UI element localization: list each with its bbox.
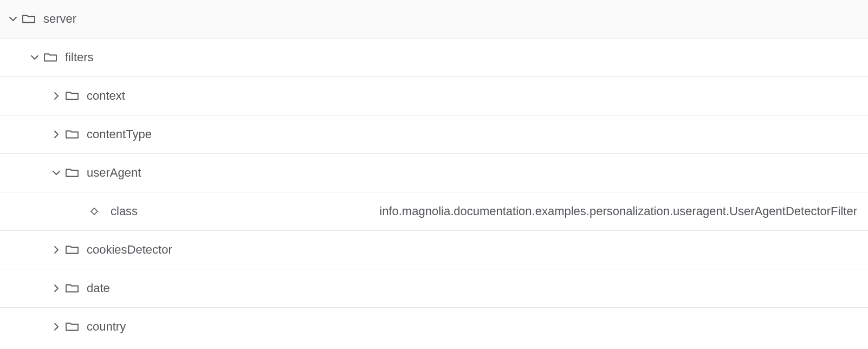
chevron-down-icon[interactable] <box>51 167 62 178</box>
tree-property-value: info.magnolia.documentation.examples.per… <box>358 204 857 218</box>
tree-node-label: filters <box>65 50 94 64</box>
tree-node-label: context <box>87 89 125 103</box>
tree-node-context[interactable]: context <box>0 77 868 115</box>
tree-node-contentType[interactable]: contentType <box>0 115 868 154</box>
tree-node-label: contentType <box>87 127 152 141</box>
folder-icon <box>22 13 36 25</box>
folder-icon <box>65 90 79 102</box>
chevron-right-icon[interactable] <box>51 321 62 332</box>
tree-property-label: class <box>111 204 138 218</box>
config-tree: server filters context contentType <box>0 0 868 346</box>
tree-node-date[interactable]: date <box>0 269 868 308</box>
folder-icon <box>65 128 79 140</box>
chevron-down-icon[interactable] <box>29 52 40 63</box>
tree-node-label: country <box>87 320 126 334</box>
tree-node-cookiesDetector[interactable]: cookiesDetector <box>0 231 868 269</box>
tree-node-label: server <box>43 12 76 26</box>
tree-node-userAgent[interactable]: userAgent <box>0 154 868 192</box>
tree-property-class[interactable]: class info.magnolia.documentation.exampl… <box>0 192 868 231</box>
tree-node-label: userAgent <box>87 166 141 180</box>
folder-icon <box>65 321 79 333</box>
tree-node-server[interactable]: server <box>0 0 868 38</box>
chevron-right-icon[interactable] <box>51 91 62 101</box>
folder-icon <box>65 282 79 294</box>
tree-node-filters[interactable]: filters <box>0 38 868 77</box>
folder-icon <box>65 244 79 256</box>
folder-icon <box>43 51 57 63</box>
chevron-down-icon[interactable] <box>8 14 18 24</box>
tree-node-country[interactable]: country <box>0 308 868 346</box>
chevron-right-icon[interactable] <box>51 283 62 294</box>
tree-node-label: date <box>87 281 110 295</box>
chevron-right-icon[interactable] <box>51 244 62 255</box>
folder-icon <box>65 167 79 179</box>
chevron-right-icon[interactable] <box>51 129 62 140</box>
diamond-icon <box>88 205 101 218</box>
tree-node-label: cookiesDetector <box>87 243 172 257</box>
